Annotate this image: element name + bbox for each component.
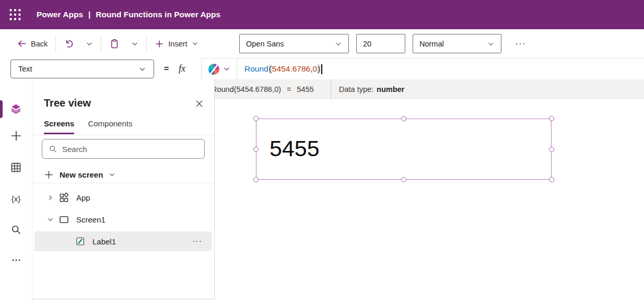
- formula-argument-2: 0: [312, 64, 317, 74]
- formula-bar: Text = fx Round(5454.6786,0): [0, 58, 644, 79]
- toolbar-divider: [146, 36, 147, 52]
- left-rail: {x}: [0, 79, 32, 304]
- evaluated-expression: Round(5454.6786,0): [212, 85, 281, 93]
- rail-data-button[interactable]: [7, 159, 26, 176]
- chevron-down-icon: [131, 40, 138, 48]
- rail-insert-button[interactable]: [7, 127, 26, 144]
- resize-handle-middle-right[interactable]: [549, 147, 554, 152]
- chevron-down-icon: [109, 171, 115, 178]
- tree-item-label: Screen1: [76, 215, 106, 224]
- font-size-input[interactable]: 20: [356, 34, 405, 53]
- back-label: Back: [31, 40, 48, 48]
- clipboard-icon: [109, 39, 120, 49]
- tree-item-label1[interactable]: Label1 ···: [34, 231, 212, 251]
- search-icon: [49, 145, 57, 154]
- tree-item-app[interactable]: App: [34, 188, 212, 207]
- rail-variables-button[interactable]: {x}: [7, 190, 26, 207]
- rail-tree-view-button[interactable]: [7, 100, 26, 117]
- resize-handle-top-left[interactable]: [253, 116, 259, 121]
- plus-icon: [10, 130, 22, 142]
- data-type-value: number: [377, 85, 404, 93]
- rail-selection-indicator: [0, 100, 3, 118]
- panel-close-button[interactable]: [195, 99, 204, 110]
- label-control-icon: [75, 236, 86, 247]
- tree-item-screen1[interactable]: Screen1: [34, 209, 212, 229]
- plus-icon: [44, 170, 54, 180]
- waffle-menu-icon[interactable]: [8, 8, 22, 21]
- collapse-chevron-down-icon[interactable]: [46, 216, 54, 223]
- command-toolbar: Back Insert Open San: [0, 29, 644, 58]
- tree-item-label: App: [76, 193, 90, 202]
- toolbar-divider: [55, 36, 56, 52]
- formula-argument-1: 5454.6786: [272, 64, 310, 74]
- search-input[interactable]: [62, 145, 204, 154]
- screen-icon: [58, 214, 69, 225]
- search-icon: [10, 224, 22, 236]
- panel-title: Tree view: [44, 97, 91, 109]
- tab-components[interactable]: Components: [88, 119, 132, 134]
- undo-redo-dropdown-button[interactable]: [86, 40, 93, 48]
- formula-close-paren: ): [317, 64, 321, 74]
- canvas-label-control[interactable]: 5455: [256, 119, 552, 180]
- copilot-icon: [208, 64, 219, 75]
- copilot-menu-button[interactable]: [202, 59, 237, 79]
- tree-view-layers-icon: [9, 102, 22, 115]
- property-value: Text: [18, 65, 32, 73]
- toolbar-more-button[interactable]: ···: [515, 34, 526, 53]
- font-family-value: Open Sans: [246, 40, 284, 48]
- resize-handle-bottom-middle[interactable]: [401, 177, 406, 182]
- resize-handle-top-right[interactable]: [549, 116, 554, 121]
- paste-dropdown-button[interactable]: [131, 40, 138, 48]
- header-title: Power Apps | Round Functions in Power Ap…: [37, 10, 220, 19]
- tree-item-label: Label1: [92, 237, 116, 246]
- chevron-down-icon: [192, 40, 198, 47]
- header-separator: |: [88, 10, 90, 19]
- app-header: Power Apps | Round Functions in Power Ap…: [0, 0, 644, 29]
- tree-search-box[interactable]: [42, 139, 205, 159]
- equals-sign: =: [164, 58, 169, 79]
- chevron-down-icon: [223, 65, 230, 73]
- header-document-title: Round Functions in Power Apps: [96, 10, 220, 19]
- chevron-down-icon: [138, 65, 146, 73]
- rail-search-button[interactable]: [7, 221, 26, 238]
- tree-item-more-button[interactable]: ···: [192, 237, 202, 246]
- formula-function-token: Round: [244, 64, 268, 74]
- header-app-name: Power Apps: [37, 10, 83, 19]
- resize-handle-top-middle[interactable]: [401, 116, 406, 121]
- resize-handle-bottom-right[interactable]: [549, 177, 554, 182]
- insert-label: Insert: [168, 40, 187, 48]
- toolbar-divider: [101, 36, 101, 52]
- chevron-down-icon: [487, 40, 495, 48]
- undo-button[interactable]: [64, 39, 74, 49]
- expand-chevron-right-icon[interactable]: [46, 194, 54, 201]
- insert-button[interactable]: Insert: [155, 39, 198, 49]
- formula-evaluation: Round(5454.6786,0) = 5455: [204, 79, 331, 99]
- variables-icon: {x}: [11, 194, 21, 203]
- rail-more-button[interactable]: [7, 252, 26, 268]
- data-type-label: Data type:: [339, 85, 373, 93]
- back-arrow-icon: [17, 39, 27, 49]
- formula-text[interactable]: Round(5454.6786,0): [237, 64, 322, 74]
- new-screen-button[interactable]: New screen: [44, 165, 115, 184]
- font-weight-value: Normal: [419, 40, 444, 48]
- label-control-text: 5455: [270, 135, 320, 161]
- property-dropdown[interactable]: Text: [10, 60, 154, 78]
- evaluated-result: 5455: [297, 85, 314, 93]
- chevron-down-icon: [335, 40, 342, 48]
- formula-input[interactable]: Round(5454.6786,0): [201, 58, 644, 79]
- panel-tabs: Screens Components: [44, 119, 132, 134]
- plus-icon: [155, 39, 164, 49]
- new-screen-label: New screen: [60, 170, 103, 179]
- chevron-down-icon: [86, 40, 93, 48]
- formula-result-bar: Round(5454.6786,0) = 5455 Data type: num…: [204, 79, 644, 99]
- font-size-value: 20: [363, 40, 371, 48]
- tab-screens[interactable]: Screens: [44, 119, 74, 134]
- close-icon: [195, 99, 204, 108]
- font-family-dropdown[interactable]: Open Sans: [239, 34, 349, 53]
- resize-handle-middle-left[interactable]: [253, 147, 259, 152]
- font-weight-dropdown[interactable]: Normal: [413, 34, 501, 53]
- formula-open-paren: (: [268, 64, 272, 74]
- back-button[interactable]: Back: [17, 39, 48, 49]
- resize-handle-bottom-left[interactable]: [253, 177, 259, 182]
- paste-button[interactable]: [109, 39, 120, 49]
